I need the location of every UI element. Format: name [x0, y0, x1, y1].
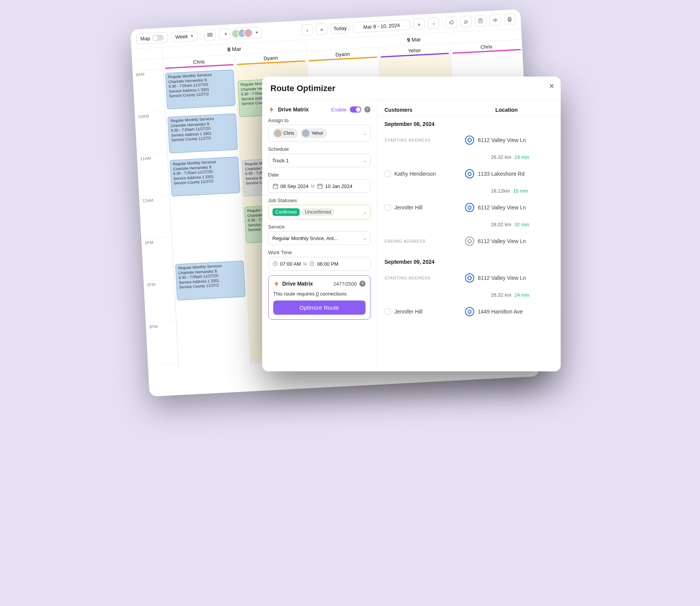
view-label: Week — [175, 33, 188, 40]
ending-address-label: ENDING ADDRESS — [385, 239, 426, 243]
clock-icon — [272, 261, 278, 266]
day-month: Mar — [411, 36, 421, 43]
route-stop-row[interactable]: Jennifer Hill1449 Hamilton Ave — [385, 303, 553, 320]
route-gap: 26.32 km24 min — [385, 286, 553, 303]
job-statuses-label: Job Statuses — [268, 198, 370, 203]
route-button[interactable] — [460, 16, 472, 28]
route-node — [465, 237, 474, 246]
chevron-down-icon: ⌄ — [363, 131, 366, 136]
stop-checkbox[interactable] — [385, 204, 391, 211]
modal-title: Route Optimizer — [262, 77, 561, 100]
filter-icon-button[interactable]: ▼ — [219, 28, 231, 41]
route-node — [465, 169, 474, 178]
svg-rect-11 — [508, 17, 510, 19]
date-range-display[interactable]: Mar 8 - 10, 2024 — [352, 20, 410, 33]
route-stop-row[interactable]: Kathy Henderson1133 Lakeshore Rd — [385, 165, 553, 182]
customers-header: Customers — [385, 107, 460, 113]
map-toggle-switch[interactable] — [152, 34, 164, 41]
gap-duration: 32 min — [514, 222, 529, 227]
route-stop-row[interactable]: Jennifer Hill6112 Valley View Ln — [385, 199, 553, 216]
schedule-select[interactable]: Truck 1 ⌄ — [268, 154, 370, 167]
route-node — [465, 307, 474, 316]
announce-button[interactable] — [489, 14, 501, 26]
svg-rect-13 — [273, 184, 278, 188]
refresh-icon — [449, 19, 454, 26]
bolt-icon — [273, 280, 280, 287]
assignee-name: Yehor — [312, 131, 323, 136]
calendar-icon — [317, 183, 323, 189]
assignee-chip[interactable]: Chris — [272, 128, 298, 138]
status-unconfirmed[interactable]: Unconfirmed — [302, 208, 334, 216]
chevron-down-icon: ⌄ — [363, 158, 366, 163]
people-filter[interactable]: ▼ — [233, 26, 262, 39]
dm-usage: 2477/2500 ? — [333, 281, 365, 287]
calendar-event[interactable]: Regular Monthly ServicesCharlotte Hernan… — [170, 157, 240, 196]
date-from: 08 Sep 2024 — [281, 183, 309, 189]
chevron-right-icon: › — [432, 20, 434, 26]
svg-rect-0 — [207, 33, 212, 34]
optimize-route-button[interactable]: Optimize Route — [273, 301, 366, 315]
stop-checkbox[interactable] — [385, 309, 391, 315]
to-label: to — [303, 261, 307, 266]
date-range-label: Mar 8 - 10, 2024 — [363, 22, 400, 30]
map-toggle[interactable]: Map — [136, 32, 168, 44]
starting-address-label: STARTING ADDRESS — [385, 138, 431, 142]
route-preview-pane: Customers Location September 08, 2024STA… — [377, 101, 561, 371]
service-select[interactable]: Regular Monthly Srvice, Ant... ⌄ — [268, 231, 370, 245]
help-icon[interactable]: ? — [364, 106, 370, 113]
clock-icon — [309, 261, 315, 266]
assignee-chip[interactable]: Yehor — [300, 128, 327, 138]
refresh-button[interactable] — [445, 16, 457, 29]
schedule-value: Truck 1 — [272, 158, 289, 163]
date-range-input[interactable]: 08 Sep 2024 to 10 Jan 2024 — [268, 179, 370, 193]
status-confirmed[interactable]: Confirmed — [272, 208, 300, 216]
hour-label: 12AM — [139, 196, 171, 239]
rows-icon — [207, 32, 213, 38]
work-time-input[interactable]: 07:00 AM to 06:00 PM — [268, 257, 370, 271]
route-day: September 08, 2024STARTING ADDRESS6112 V… — [377, 116, 561, 254]
map-label: Map — [140, 35, 150, 41]
gap-duration: 24 min — [514, 292, 529, 298]
svg-rect-17 — [318, 184, 322, 188]
filter-icon — [221, 31, 222, 38]
calendar-event[interactable]: Regular Monthly ServicesCharlotte Hernan… — [175, 261, 245, 301]
hour-label: 9AM — [132, 69, 165, 113]
rows-icon-button[interactable] — [204, 29, 216, 41]
dm-count-value: 2477/2500 — [333, 281, 357, 287]
location-header: Location — [460, 107, 553, 113]
hour-label: 2PM — [144, 279, 176, 323]
gap-distance: 18.12km — [491, 188, 510, 194]
megaphone-icon — [492, 17, 498, 23]
start-address: 6112 Valley View Ln — [478, 275, 526, 281]
stop-address: 1133 Lakeshore Rd — [478, 171, 525, 177]
job-statuses-select[interactable]: Confirmed Unconfirmed ⌄ — [268, 205, 370, 219]
notes-button[interactable] — [474, 15, 486, 27]
drive-matrix-label: Drive Matrix — [278, 106, 309, 113]
route-gap: 26.32 km24 min — [385, 149, 553, 165]
print-button[interactable] — [503, 13, 516, 26]
enable-toggle[interactable] — [350, 106, 361, 113]
stop-address: 1449 Hamilton Ave — [478, 309, 523, 315]
prev-fast-button[interactable]: « — [315, 23, 328, 35]
assign-to-label: Assign to — [268, 118, 370, 123]
date-to: 10 Jan 2024 — [325, 183, 352, 189]
assign-to-input[interactable]: Chris Yehor ⌄ — [268, 125, 370, 142]
help-icon[interactable]: ? — [359, 281, 366, 287]
stop-checkbox[interactable] — [385, 171, 391, 177]
notes-icon — [478, 18, 483, 24]
today-button[interactable]: Today — [330, 23, 350, 34]
close-button[interactable]: ✕ — [549, 82, 555, 90]
service-label: Service — [268, 224, 370, 230]
avatar — [274, 129, 282, 137]
gap-distance: 26.32 km — [491, 292, 511, 298]
day-number: 9 — [407, 37, 410, 43]
assignee-name: Chris — [284, 131, 294, 136]
prev-button[interactable]: ‹ — [301, 24, 313, 36]
calendar-event[interactable]: Regular Monthly ServicesCharlotte Hernan… — [167, 113, 238, 153]
chevron-left-icon: ‹ — [306, 27, 308, 33]
next-fast-button[interactable]: » — [413, 18, 425, 30]
route-node — [465, 273, 474, 283]
view-selector[interactable]: Week ▼ — [171, 31, 198, 42]
calendar-event[interactable]: Regular Monthly ServicesCharlotte Hernan… — [165, 69, 235, 109]
next-button[interactable]: › — [428, 17, 440, 29]
